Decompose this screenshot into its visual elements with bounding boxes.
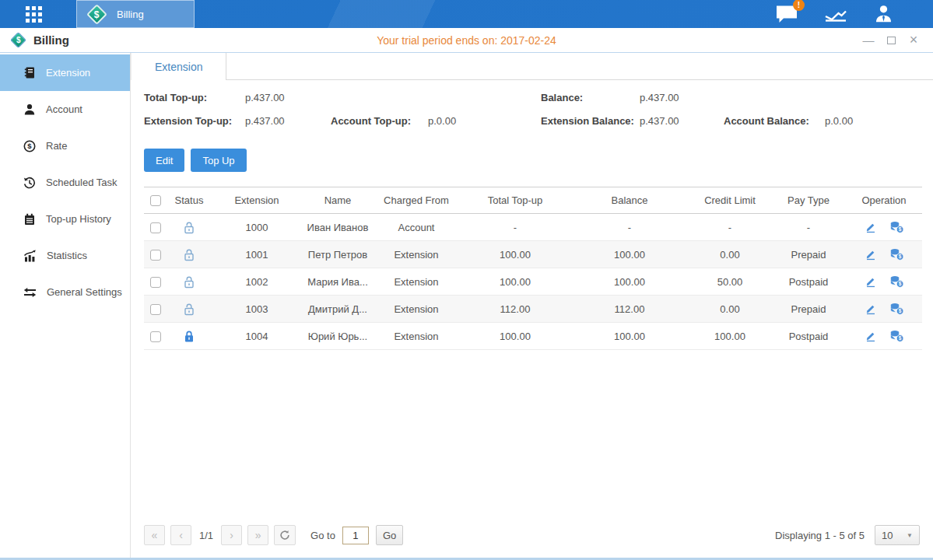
sidebar-item-rate[interactable]: $ Rate <box>0 128 130 164</box>
balance-cell: 100.00 <box>570 323 689 350</box>
close-button[interactable]: × <box>908 35 919 46</box>
displaying-label: Displaying 1 - 5 of 5 <box>775 530 865 541</box>
extensions-table: Status Extension Name Charged From Total… <box>144 187 922 350</box>
extension-cell: 1002 <box>211 268 303 296</box>
taskbar-tab-label: Billing <box>117 9 144 20</box>
status-cell <box>167 214 211 241</box>
pay-type-cell: - <box>771 214 846 241</box>
extension-panel: Total Top-up: p.437.00 Balance: p.437.00… <box>131 80 933 558</box>
taskbar-tab-billing[interactable]: $ Billing <box>76 0 195 28</box>
extension-cell: 1000 <box>211 214 303 241</box>
balance-cell: 112.00 <box>570 296 689 323</box>
trial-period-message: Your trial period ends on: 2017-02-24 <box>0 34 933 47</box>
row-checkbox[interactable] <box>150 222 161 233</box>
account-balance-value: p.0.00 <box>825 115 920 127</box>
maximize-button[interactable] <box>887 37 896 44</box>
row-checkbox[interactable] <box>150 331 161 342</box>
pay-type-cell: Prepaid <box>771 296 846 323</box>
edit-row-icon[interactable] <box>865 303 877 315</box>
total-topup-cell: 100.00 <box>460 268 570 296</box>
page-size-select[interactable]: 10 ▼ <box>875 525 920 545</box>
table-row: 1004 Юрий Юрь... Extension 100.00 100.00… <box>144 323 922 350</box>
name-cell: Юрий Юрь... <box>303 323 373 350</box>
pagination-bar: « ‹ 1/1 › » Go to Go Display <box>144 516 920 558</box>
last-page-button[interactable]: » <box>247 525 268 545</box>
goto-label: Go to <box>310 530 335 541</box>
extension-balance-value: p.437.00 <box>640 115 724 127</box>
refresh-button[interactable] <box>274 525 296 545</box>
charged-from-cell: Account <box>373 214 460 241</box>
svg-text:$: $ <box>898 226 901 233</box>
total-topup-cell: 100.00 <box>460 323 570 350</box>
app-grid-icon[interactable] <box>26 6 42 23</box>
sidebar-item-label: General Settings <box>47 286 122 298</box>
window-titlebar: $ Billing Your trial period ends on: 201… <box>0 28 933 53</box>
extension-ledger-icon <box>23 66 36 79</box>
sidebar-item-topup-history[interactable]: Top-up History <box>0 201 130 237</box>
charged-from-cell: Extension <box>373 241 460 268</box>
window-title: Billing <box>33 33 69 47</box>
person-icon <box>873 4 894 24</box>
edit-row-icon[interactable] <box>865 330 877 342</box>
total-topup-cell: 112.00 <box>460 296 570 323</box>
select-all-checkbox[interactable] <box>150 195 161 206</box>
tab-extension[interactable]: Extension <box>131 53 226 80</box>
status-cell <box>167 323 211 350</box>
table-header-row: Status Extension Name Charged From Total… <box>144 187 922 214</box>
sidebar-item-label: Top-up History <box>46 213 111 225</box>
rate-dollar-icon: $ <box>23 140 36 152</box>
svg-text:$: $ <box>898 254 901 260</box>
account-topup-value: p.0.00 <box>428 115 541 127</box>
top-up-row-icon[interactable]: $ <box>889 330 904 342</box>
statistics-chart-icon <box>23 250 37 262</box>
top-up-row-icon[interactable]: $ <box>889 303 904 315</box>
sidebar-item-account[interactable]: Account <box>0 91 130 128</box>
top-up-row-icon[interactable]: $ <box>889 248 904 261</box>
edit-button[interactable]: Edit <box>144 149 184 172</box>
first-page-button[interactable]: « <box>144 525 165 545</box>
top-up-row-icon[interactable]: $ <box>889 221 904 233</box>
prev-page-button[interactable]: ‹ <box>170 525 191 545</box>
edit-row-icon[interactable] <box>865 275 877 288</box>
edit-row-icon[interactable] <box>865 248 877 261</box>
sidebar: Extension Account $ Rate <box>0 53 131 558</box>
edit-row-icon[interactable] <box>865 221 877 233</box>
summary-row-1: Total Top-up: p.437.00 Balance: p.437.00 <box>144 92 920 103</box>
top-up-button[interactable]: Top Up <box>191 149 246 172</box>
credit-limit-cell: - <box>689 214 771 241</box>
footer-right: Displaying 1 - 5 of 5 10 ▼ <box>775 525 920 545</box>
user-account-icon[interactable] <box>873 4 894 24</box>
window-title-group: $ Billing <box>9 33 69 47</box>
row-checkbox[interactable] <box>150 250 161 261</box>
row-checkbox[interactable] <box>150 304 161 315</box>
sidebar-item-statistics[interactable]: Statistics <box>0 237 130 274</box>
pay-type-cell: Prepaid <box>771 241 846 268</box>
status-cell <box>167 241 211 268</box>
name-cell: Мария Ива... <box>303 268 373 296</box>
balance-label: Balance: <box>541 92 640 103</box>
sidebar-item-general-settings[interactable]: General Settings <box>0 274 130 310</box>
line-chart-icon <box>823 5 848 23</box>
extension-cell: 1003 <box>211 296 303 323</box>
name-cell: Иван Иванов <box>303 214 373 241</box>
goto-page-input[interactable] <box>342 527 369 544</box>
col-credit-limit: Credit Limit <box>689 187 771 214</box>
sidebar-item-label: Extension <box>46 67 90 79</box>
sidebar-item-extension[interactable]: Extension <box>0 54 130 91</box>
charged-from-cell: Extension <box>373 323 460 350</box>
row-checkbox[interactable] <box>150 277 161 288</box>
general-settings-arrows-icon <box>23 287 37 298</box>
svg-text:$: $ <box>898 308 901 314</box>
top-up-row-icon[interactable]: $ <box>889 275 904 288</box>
topup-history-notebook-icon <box>23 213 36 226</box>
sidebar-item-scheduled-task[interactable]: Scheduled Task <box>0 164 130 201</box>
next-page-button[interactable]: › <box>221 525 242 545</box>
minimize-button[interactable]: — <box>863 35 874 46</box>
credit-limit-cell: 50.00 <box>689 268 771 296</box>
name-cell: Дмитрий Д... <box>303 296 373 323</box>
go-button[interactable]: Go <box>376 525 403 545</box>
unlocked-icon <box>183 303 195 316</box>
notifications-icon[interactable]: ! <box>775 5 798 24</box>
resource-monitor-icon[interactable] <box>823 5 848 23</box>
window-controls: — × <box>863 35 919 46</box>
